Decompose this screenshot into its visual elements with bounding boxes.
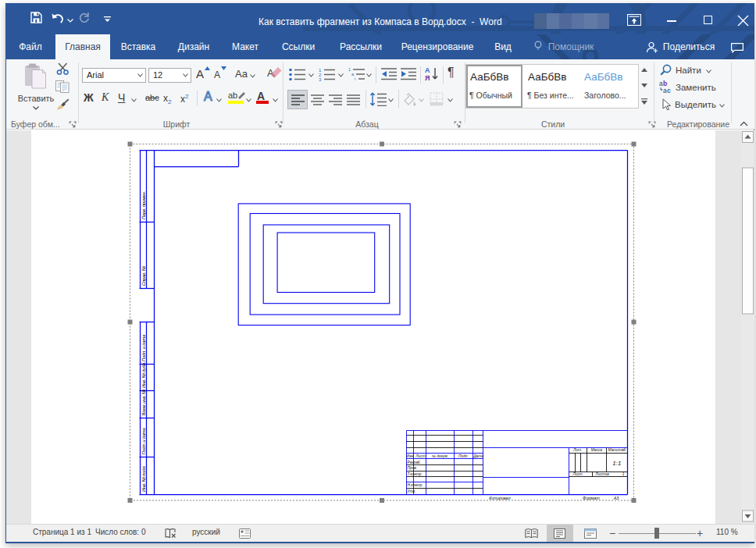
svg-text:Масса: Масса (591, 448, 603, 452)
svg-text:3: 3 (319, 77, 322, 82)
svg-text:А3: А3 (613, 496, 620, 500)
svg-text:Лист: Лист (415, 454, 425, 458)
svg-text:1:1: 1:1 (612, 460, 621, 467)
svg-text:Разраб.: Разраб. (408, 461, 421, 464)
svg-text:Копировал: Копировал (489, 496, 510, 500)
svg-text:Изм.: Изм. (406, 454, 414, 458)
svg-text:Т.контр.: Т.контр. (408, 472, 423, 476)
svg-text:Подп. и дата: Подп. и дата (141, 428, 146, 455)
svg-text:Взам. инв. №: Взам. инв. № (141, 389, 146, 415)
svg-text:Подп. и дата: Подп. и дата (141, 334, 146, 361)
svg-text:Подп.: Подп. (458, 454, 469, 458)
svg-text:Лит.: Лит. (572, 448, 582, 452)
svg-text:№ докум.: № докум. (432, 454, 448, 458)
svg-text:1: 1 (348, 67, 351, 72)
svg-text:c: c (667, 87, 671, 94)
svg-text:Формат: Формат (583, 496, 600, 500)
svg-text:Н.контр.: Н.контр. (408, 483, 423, 487)
svg-text:Инв. № дубл.: Инв. № дубл. (141, 362, 146, 388)
svg-text:i: i (355, 77, 355, 81)
svg-text:Инв. № подл.: Инв. № подл. (141, 465, 146, 492)
svg-text:Пров.: Пров. (408, 466, 418, 470)
svg-text:Утв.: Утв. (408, 489, 416, 493)
svg-text:Справ. №: Справ. № (141, 265, 146, 286)
svg-text:Листов: Листов (594, 472, 609, 476)
svg-text:Перв. примен.: Перв. примен. (141, 191, 146, 219)
svg-text:1: 1 (622, 472, 625, 476)
svg-text:Я: Я (425, 74, 430, 82)
svg-text:Дата: Дата (472, 454, 483, 458)
svg-text:А: А (425, 66, 430, 74)
svg-text:Лист: Лист (572, 472, 583, 476)
svg-text:Масштаб: Масштаб (608, 448, 626, 452)
